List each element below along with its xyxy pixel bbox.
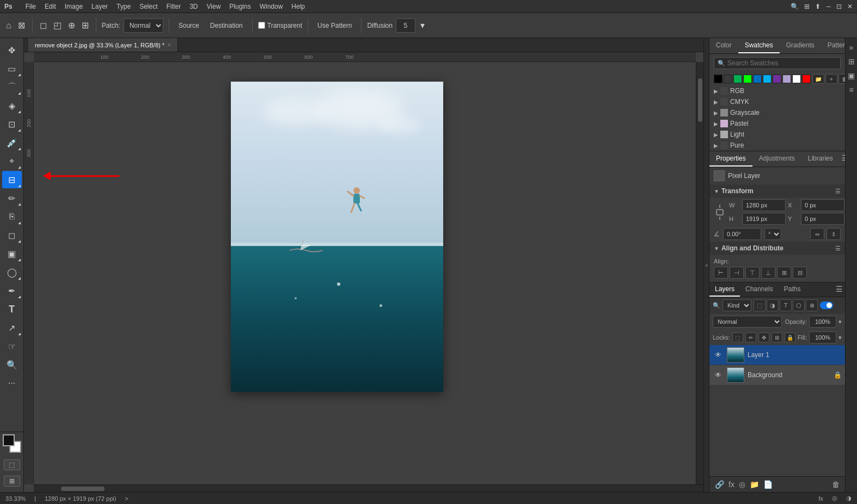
right-dock-btn3[interactable]: ▣ <box>846 70 856 82</box>
foreground-color-box[interactable] <box>3 434 15 446</box>
fill-input[interactable] <box>809 331 836 343</box>
spot-heal-tool[interactable]: ⌖ <box>2 152 22 170</box>
swatch-group-pastel[interactable]: ▶ Pastel <box>714 118 841 129</box>
color-boxes[interactable] <box>3 434 21 453</box>
swatch-blue1[interactable] <box>753 75 762 83</box>
h-input[interactable] <box>742 213 786 225</box>
tab-close-btn[interactable]: × <box>168 42 171 48</box>
status-mask-icon[interactable]: ◎ <box>832 495 837 502</box>
menu-file[interactable]: File <box>26 3 36 10</box>
flip-v-btn[interactable]: ⇕ <box>827 228 841 240</box>
swatch-black[interactable] <box>714 75 723 83</box>
hand-tool[interactable]: ☞ <box>2 337 22 355</box>
text-tool[interactable]: T <box>2 300 22 318</box>
menu-select[interactable]: Select <box>139 3 157 10</box>
layer1-visibility-toggle[interactable]: 👁 <box>713 349 724 360</box>
tab-channels[interactable]: Channels <box>740 282 779 297</box>
swatch-group-rgb[interactable]: ▶ RGB <box>714 85 841 96</box>
w-input[interactable] <box>742 199 786 211</box>
use-pattern-btn[interactable]: Use Pattern <box>314 20 356 32</box>
properties-panel-menu[interactable]: ☰ <box>840 151 845 167</box>
gradient-tool[interactable]: ▣ <box>2 245 22 262</box>
filter-shape[interactable]: ⬡ <box>793 299 805 311</box>
align-top-edges[interactable]: ⊥ <box>761 267 775 279</box>
swatch-group-grayscale[interactable]: ▶ Grayscale <box>714 107 841 118</box>
menu-edit[interactable]: Edit <box>45 3 56 10</box>
swatch-blue2[interactable] <box>763 75 772 83</box>
status-arrow[interactable]: > <box>125 495 128 502</box>
swatch-green1[interactable] <box>733 75 742 83</box>
fill-dropdown[interactable]: ▾ <box>838 334 842 341</box>
swatch-folder-btn[interactable]: 📁 <box>812 74 824 84</box>
swatch-lpurple[interactable] <box>782 75 791 83</box>
status-adjust-icon[interactable]: ◑ <box>846 495 852 502</box>
diffusion-stepper[interactable]: ▾ <box>419 19 426 32</box>
align-left-edges[interactable]: ⊢ <box>714 267 728 279</box>
swatch-dgray[interactable] <box>724 75 732 83</box>
patch-mode-select[interactable]: Normal <box>124 19 163 33</box>
eraser-tool[interactable]: ◻ <box>2 226 22 244</box>
search-btn[interactable]: 🔍 <box>791 3 799 10</box>
transform-more[interactable]: ☰ <box>835 188 841 195</box>
menu-help[interactable]: Help <box>291 3 305 10</box>
swatch-white[interactable] <box>792 75 801 83</box>
layers-filter-toggle[interactable] <box>820 302 833 309</box>
tab-swatches[interactable]: Swatches <box>738 38 780 53</box>
swatch-red[interactable] <box>802 75 811 83</box>
menu-plugins[interactable]: Plugins <box>229 3 250 10</box>
menu-view[interactable]: View <box>207 3 221 10</box>
angle-dropdown[interactable]: ° <box>764 228 781 240</box>
rect-select-tool[interactable]: ▭ <box>2 60 22 77</box>
quick-mask-btn[interactable]: ⬚ <box>4 459 20 470</box>
swatch-group-pure[interactable]: ▶ Pure <box>714 140 841 151</box>
transform-section-header[interactable]: ▼ Transform ☰ <box>709 185 845 198</box>
tab-paths[interactable]: Paths <box>779 282 806 297</box>
lock-pixels-btn[interactable]: ⬚ <box>732 333 743 342</box>
right-dock-btn2[interactable]: ⊞ <box>847 56 856 67</box>
app-home-btn[interactable]: ⌂ <box>4 19 13 32</box>
swatch-purple[interactable] <box>773 75 781 83</box>
layer-item-layer1[interactable]: 👁 Layer 1 <box>709 345 845 365</box>
options-btn2[interactable]: ◻ <box>38 19 48 32</box>
tab-properties[interactable]: Properties <box>709 151 752 167</box>
destination-btn[interactable]: Destination <box>206 20 247 32</box>
filter-type[interactable]: T <box>780 299 792 311</box>
menu-filter[interactable]: Filter <box>166 3 181 10</box>
options-btn3[interactable]: ◰ <box>52 19 63 32</box>
zoom-tool[interactable]: 🔍 <box>2 356 22 373</box>
lock-artboard-btn[interactable]: ⊞ <box>772 333 782 342</box>
transparent-checkbox[interactable] <box>258 22 265 29</box>
filter-pixel[interactable]: ⬚ <box>754 299 766 311</box>
clone-tool[interactable]: ⎘ <box>2 208 22 225</box>
search-swatches-input[interactable] <box>727 59 837 67</box>
swatch-group-cmyk[interactable]: ▶ CMYK <box>714 96 841 107</box>
status-fx-icon[interactable]: fx <box>818 495 823 502</box>
y-input[interactable] <box>801 213 844 225</box>
active-tab[interactable]: remove object 2.jpg @ 33.3% (Layer 1, RG… <box>28 38 178 52</box>
swatch-green2[interactable] <box>743 75 752 83</box>
menu-image[interactable]: Image <box>65 3 83 10</box>
tab-patterns[interactable]: Patterns <box>821 38 845 53</box>
tab-layers[interactable]: Layers <box>709 282 740 297</box>
align-h-centers[interactable]: ⊣ <box>730 267 744 279</box>
shape-tool[interactable]: ↗ <box>2 319 22 336</box>
swatch-add-btn[interactable]: + <box>825 74 837 84</box>
layout-btn[interactable]: ⊞ <box>804 3 810 10</box>
horizontal-scrollbar[interactable] <box>34 484 703 492</box>
eyedropper-tool[interactable]: 💉 <box>2 134 22 151</box>
menu-layer[interactable]: Layer <box>91 3 108 10</box>
align-right-edges[interactable]: ⊤ <box>745 267 760 279</box>
lasso-tool[interactable]: ⌒ <box>2 78 22 96</box>
opacity-dropdown[interactable]: ▾ <box>838 318 842 325</box>
diffusion-input[interactable] <box>396 19 415 33</box>
right-dock-btn4[interactable]: ≡ <box>847 84 855 96</box>
share-btn[interactable]: ⬆ <box>815 3 821 10</box>
menu-window[interactable]: Window <box>260 3 283 10</box>
options-btn1[interactable]: ⊠ <box>16 19 27 32</box>
delete-layer-btn[interactable]: 🗑 <box>831 479 841 490</box>
angle-input[interactable] <box>723 228 761 240</box>
more-tools[interactable]: ··· <box>2 374 22 392</box>
align-section-header[interactable]: ▼ Align and Distribute ☰ <box>709 242 845 255</box>
patch-tool[interactable]: ⊟ <box>2 171 22 188</box>
tab-gradients[interactable]: Gradients <box>780 38 821 53</box>
